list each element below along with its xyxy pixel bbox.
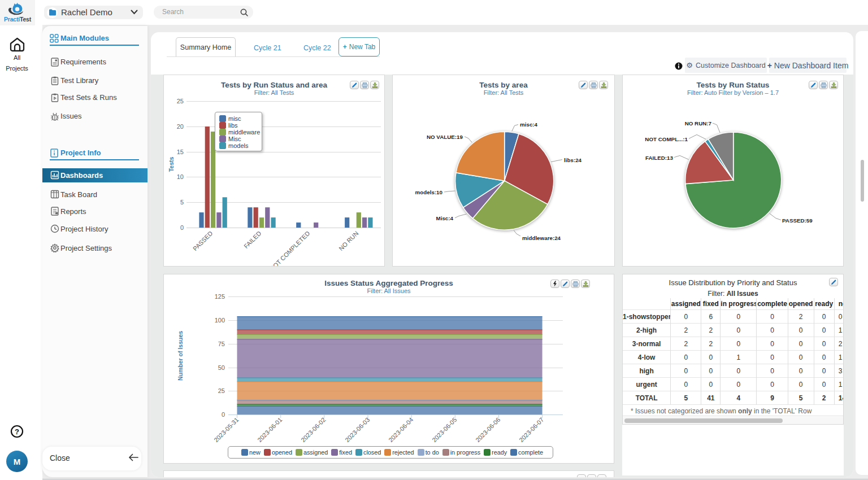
svg-text:FAILED: FAILED <box>242 230 262 250</box>
svg-text:misc:4: misc:4 <box>520 121 538 128</box>
svg-text:Tests: Tests <box>168 157 175 172</box>
svg-text:NOT COMPL...:1: NOT COMPL...:1 <box>645 136 688 142</box>
svg-text:10: 10 <box>177 173 184 180</box>
svg-text:25: 25 <box>218 387 225 394</box>
svg-text:15: 15 <box>177 149 184 155</box>
svg-text:NO RUN:7: NO RUN:7 <box>685 120 712 126</box>
svg-text:0: 0 <box>222 411 225 418</box>
svg-text:FAILED:13: FAILED:13 <box>645 155 674 161</box>
svg-text:2023-06-04: 2023-06-04 <box>387 416 414 443</box>
svg-text:5: 5 <box>180 199 184 206</box>
svg-text:2023-05-31: 2023-05-31 <box>212 416 240 443</box>
svg-text:?: ? <box>15 427 19 436</box>
svg-text:75: 75 <box>218 341 225 347</box>
svg-text:PASSED: PASSED <box>192 230 214 252</box>
svg-text:2023-06-05: 2023-06-05 <box>431 416 458 443</box>
svg-text:20: 20 <box>177 123 184 130</box>
svg-text:2023-06-01: 2023-06-01 <box>256 416 283 443</box>
svg-text:100: 100 <box>215 317 225 324</box>
svg-text:25: 25 <box>177 98 184 104</box>
svg-text:Number of Issues: Number of Issues <box>177 331 184 381</box>
svg-text:NO RUN: NO RUN <box>337 230 359 252</box>
svg-text:libs:24: libs:24 <box>564 157 582 163</box>
svg-text:PASSED:59: PASSED:59 <box>782 217 813 224</box>
svg-text:2023-06-07: 2023-06-07 <box>518 416 545 443</box>
svg-text:50: 50 <box>218 364 225 371</box>
svg-text:NO VALUE:19: NO VALUE:19 <box>427 134 463 140</box>
svg-text:middleware:24: middleware:24 <box>522 235 561 241</box>
svg-text:Misc:4: Misc:4 <box>436 215 454 221</box>
svg-text:2023-06-03: 2023-06-03 <box>344 416 371 443</box>
svg-text:2023-06-06: 2023-06-06 <box>474 416 501 443</box>
svg-text:NOT COMPLETED: NOT COMPLETED <box>268 230 311 266</box>
svg-text:0: 0 <box>180 224 184 231</box>
svg-text:2023-06-02: 2023-06-02 <box>300 416 327 443</box>
svg-text:125: 125 <box>215 293 225 300</box>
svg-text:models:10: models:10 <box>415 189 443 195</box>
